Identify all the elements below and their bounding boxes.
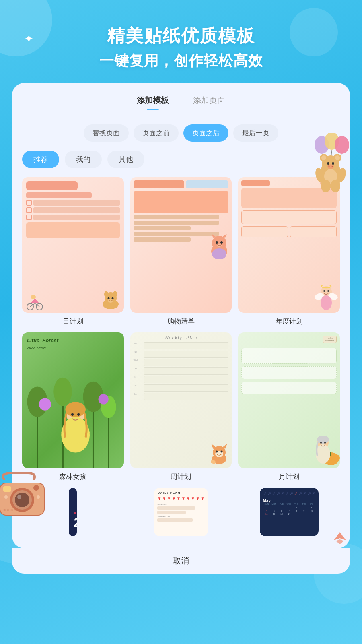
svg-rect-26 bbox=[3, 486, 11, 492]
template-item-monthly-plan[interactable]: monthlycalendar bbox=[238, 332, 340, 481]
svg-point-37 bbox=[108, 299, 113, 303]
svg-point-46 bbox=[220, 241, 223, 244]
template-thumb-weekly-plan: Weekly Plan Mon Tue Wed bbox=[130, 332, 232, 468]
svg-point-53 bbox=[323, 290, 325, 292]
cat-btn-recommended[interactable]: 推荐 bbox=[22, 151, 59, 168]
svg-point-82 bbox=[317, 436, 329, 444]
svg-point-54 bbox=[327, 290, 329, 292]
svg-point-29 bbox=[37, 495, 40, 499]
svg-point-45 bbox=[216, 241, 218, 244]
template-item-daily-plan-2[interactable]: DAILY PLAN ▼ ▼ ▼ ▼ ▼ ▼ ▼ ▼ ▼ ▼ MORNIN bbox=[130, 488, 232, 540]
svg-point-2 bbox=[335, 136, 349, 154]
pos-btn-last[interactable]: 最后一页 bbox=[233, 124, 278, 142]
template-item-forest-girl[interactable]: Little Forest2022 YEAR bbox=[22, 332, 124, 481]
svg-point-65 bbox=[98, 394, 108, 405]
template-thumb-daily-plan bbox=[22, 177, 124, 313]
template-thumb-daily-plan-2: DAILY PLAN ▼ ▼ ▼ ▼ ▼ ▼ ▼ ▼ ▼ ▼ MORNIN bbox=[154, 488, 208, 536]
monthly-calendar-tag: monthlycalendar bbox=[323, 336, 337, 343]
cat-btn-mine[interactable]: 我的 bbox=[65, 151, 102, 168]
svg-point-78 bbox=[330, 454, 340, 462]
svg-point-75 bbox=[221, 450, 223, 452]
camera-decoration: ❄ ❄ ❄ ❄ bbox=[0, 471, 48, 519]
template-label-yearly-plan: 年度计划 bbox=[276, 317, 303, 326]
svg-point-27 bbox=[33, 485, 39, 491]
template-thumb-forest-girl: Little Forest2022 YEAR bbox=[22, 332, 124, 468]
svg-point-18 bbox=[321, 180, 331, 192]
svg-point-19 bbox=[331, 180, 340, 192]
cat-btn-others[interactable]: 其他 bbox=[107, 151, 144, 168]
template-thumb-monthly-plan: monthlycalendar bbox=[238, 332, 340, 468]
svg-point-14 bbox=[327, 164, 334, 169]
template-thumb-yearly-plan bbox=[238, 177, 340, 313]
pos-btn-before[interactable]: 页面之前 bbox=[134, 124, 179, 142]
t8-header-text: DAILY PLAN bbox=[157, 491, 204, 495]
tab-add-template[interactable]: 添加模板 bbox=[137, 95, 169, 108]
svg-point-9 bbox=[321, 155, 326, 160]
svg-point-44 bbox=[212, 236, 226, 250]
cancel-button[interactable]: 取消 bbox=[173, 555, 189, 566]
t9-month-label: May bbox=[263, 498, 315, 503]
svg-point-12 bbox=[327, 162, 329, 165]
svg-point-48 bbox=[212, 248, 226, 259]
svg-text:❄: ❄ bbox=[69, 510, 70, 510]
svg-point-52 bbox=[321, 295, 332, 310]
template-item-shopping-list[interactable]: 购物清单 bbox=[130, 177, 232, 326]
weekly-plan-title: Weekly Plan bbox=[134, 336, 229, 340]
bear-balloon-decoration bbox=[306, 133, 354, 193]
svg-text:✦: ✦ bbox=[72, 511, 72, 512]
svg-text:❄: ❄ bbox=[71, 511, 71, 511]
template-label-monthly-plan: 月计划 bbox=[279, 472, 299, 481]
template-item-weekly-plan[interactable]: Weekly Plan Mon Tue Wed bbox=[130, 332, 232, 481]
pos-btn-after[interactable]: 页面之后 bbox=[183, 124, 228, 142]
svg-point-34 bbox=[113, 291, 117, 297]
category-row: 推荐 我的 其他 bbox=[22, 151, 340, 168]
svg-point-81 bbox=[316, 444, 330, 464]
svg-point-69 bbox=[71, 413, 74, 416]
svg-text:❄: ❄ bbox=[71, 510, 72, 510]
svg-point-28 bbox=[4, 495, 8, 499]
svg-point-33 bbox=[104, 291, 108, 297]
svg-point-70 bbox=[77, 413, 80, 416]
header-title-2: 一键复用，创作轻松高效 bbox=[16, 51, 346, 71]
svg-text:❄: ❄ bbox=[74, 510, 74, 510]
svg-text:❄: ❄ bbox=[73, 511, 74, 511]
template-thumb-shopping-list bbox=[130, 177, 232, 313]
template-label-forest-girl: 森林女孩 bbox=[59, 472, 86, 481]
template-item-may-calendar[interactable]: ↗ ↗ ↗ ↗ ↗ ↗ ↗ ↗ ↗ ↗ ↗ ↗ May bbox=[238, 488, 340, 540]
svg-point-68 bbox=[65, 402, 86, 417]
svg-point-100 bbox=[75, 513, 76, 514]
svg-point-59 bbox=[53, 378, 72, 406]
template-label-daily-plan: 日计划 bbox=[63, 317, 83, 326]
svg-point-40 bbox=[31, 295, 36, 299]
main-card: 添加模板 添加页面 替换页面 页面之前 页面之后 最后一页 推荐 我的 其他 bbox=[12, 83, 350, 548]
cancel-bar: 取消 bbox=[12, 548, 350, 574]
t4-title-text: Little Forest2022 YEAR bbox=[27, 337, 58, 351]
svg-text:✦: ✦ bbox=[70, 510, 71, 510]
header-section: 精美贴纸优质模板 一键复用，创作轻松高效 bbox=[0, 0, 362, 83]
svg-point-24 bbox=[15, 493, 29, 507]
svg-text:❄: ❄ bbox=[76, 511, 76, 511]
header-title-1: 精美贴纸优质模板 bbox=[16, 24, 346, 48]
t7-year-text: 2022 bbox=[74, 515, 77, 530]
pos-btn-replace[interactable]: 替换页面 bbox=[84, 124, 129, 142]
template-label-shopping-list: 购物清单 bbox=[167, 317, 195, 326]
svg-text:☀: ☀ bbox=[74, 511, 75, 511]
template-thumb-may-calendar: ↗ ↗ ↗ ↗ ↗ ↗ ↗ ↗ ↗ ↗ ↗ ↗ May bbox=[260, 488, 319, 536]
tabs-row: 添加模板 添加页面 bbox=[22, 95, 340, 114]
svg-text:✦: ✦ bbox=[72, 509, 73, 510]
template-thumb-2022: ❄ ✦ ❄ ✦ ❄ ✦ ❄ ☀ ❄ ✦ ❄ ☀ ❄ bbox=[69, 488, 77, 536]
template-item-yearly-plan[interactable]: 年度计划 bbox=[238, 177, 340, 326]
svg-point-84 bbox=[324, 442, 326, 444]
svg-text:☀: ☀ bbox=[70, 511, 70, 511]
template-item-daily-plan[interactable]: 日计划 bbox=[22, 177, 124, 326]
svg-text:❄: ❄ bbox=[76, 510, 76, 510]
svg-point-25 bbox=[17, 495, 21, 499]
svg-point-11 bbox=[335, 155, 340, 160]
templates-grid: 日计划 bbox=[22, 177, 340, 540]
tab-add-page[interactable]: 添加页面 bbox=[193, 95, 225, 108]
svg-point-83 bbox=[320, 442, 322, 444]
svg-text:❄ ❄ ❄ ❄: ❄ ❄ ❄ ❄ bbox=[3, 508, 17, 512]
svg-point-13 bbox=[332, 162, 334, 165]
position-row: 替换页面 页面之前 页面之后 最后一页 bbox=[22, 124, 340, 142]
svg-point-74 bbox=[216, 450, 218, 452]
